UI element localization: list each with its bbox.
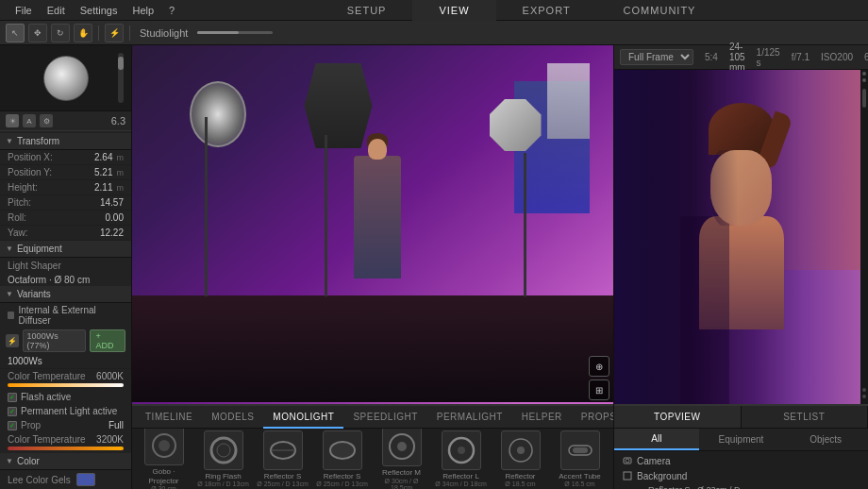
lee-label: Lee Color Gels <box>8 475 71 485</box>
ratio-info: 5:4 <box>705 52 718 62</box>
bottom-item-reflL-sub: Ø 34cm / D 18cm <box>435 481 486 487</box>
tab-setup[interactable]: SETUP <box>321 0 413 21</box>
setlist-background[interactable]: Background <box>618 468 864 483</box>
studio-label: Studiolight <box>140 27 188 39</box>
prop-height: Height: 2.11 m <box>0 180 131 195</box>
menu-question[interactable]: ? <box>161 0 182 21</box>
fit-icon[interactable]: ⊞ <box>589 379 609 400</box>
vtab-topview[interactable]: TOPVIEW <box>614 406 742 428</box>
power-icon[interactable]: ⚡ <box>6 334 19 347</box>
equipment-header[interactable]: ▼ Equipment <box>0 241 131 258</box>
vtab-setlist[interactable]: SETLIST <box>742 406 869 428</box>
center-panel: ⊕ ⊞ TIMELINE MODELS MONOLIGHT SPEEDLIGHT… <box>132 45 613 489</box>
bottom-item-reflL[interactable]: Reflector L Ø 34cm / D 18cm <box>435 430 487 488</box>
bottom-item-reflM[interactable]: Reflector M Ø 30cm / Ø 18.5cm <box>376 429 427 489</box>
equipment-label: Equipment <box>17 244 62 254</box>
color-temp2-slider-wrap[interactable] <box>0 447 131 453</box>
portrait-face <box>710 150 772 226</box>
variants-label: Variants <box>17 289 51 299</box>
color-swatch[interactable] <box>76 473 95 486</box>
bottom-item-gobo[interactable]: Gobo · Projector Ø 30 cm <box>138 429 190 489</box>
scene-floor <box>132 295 613 403</box>
pos-x-val: 2.64 <box>94 152 112 162</box>
bottom-item-refl18-label: Reflector <box>505 472 535 481</box>
checkbox-flash: ✓ Flash active <box>0 390 131 404</box>
btab-props[interactable]: PROPS <box>572 406 613 429</box>
svg-point-10 <box>458 447 465 454</box>
bottom-item-gobo-sub: Ø 30 cm <box>151 485 175 489</box>
btab-helper[interactable]: HELPER <box>512 406 572 429</box>
icon-a[interactable]: A <box>23 114 36 127</box>
view-header: Full Frame 5:4 24-105 mm 1/125 s f/7.1 I… <box>614 45 868 70</box>
variants-arrow: ▼ <box>6 290 13 298</box>
preview-slider-vert[interactable] <box>118 53 124 103</box>
color-temp1-slider[interactable] <box>8 383 124 387</box>
color-temp1-val: 6000K <box>96 371 124 381</box>
zoom-icon[interactable]: ⊕ <box>589 356 609 377</box>
setlist-reflector[interactable]: Reflector S · Ø 23cm / D 13cm - 500Ws 5.… <box>618 483 864 489</box>
cam-scroll-bottom-dots <box>862 388 866 402</box>
tool-pointer[interactable]: ↖ <box>6 24 25 42</box>
icon-gear[interactable]: ⚙ <box>40 114 53 127</box>
bottom-item-refl3b[interactable]: Reflector S Ø 25cm / D 13cm <box>316 430 368 488</box>
flash-checkbox[interactable]: ✓ <box>8 393 17 402</box>
cam-scroll-dot3 <box>862 388 866 392</box>
ftab-all[interactable]: All <box>614 429 699 450</box>
menu-help[interactable]: Help <box>125 0 161 21</box>
color-header[interactable]: ▼ Color <box>0 453 131 470</box>
ftab-objects[interactable]: Objects <box>783 429 868 450</box>
cam-scrollbar[interactable] <box>860 70 868 404</box>
tool-light[interactable]: ⚡ <box>105 24 124 42</box>
color-temp1-slider-wrap[interactable] <box>0 383 131 390</box>
bottom-item-refl18[interactable]: Reflector Ø 18.5 cm <box>494 430 546 488</box>
bottom-item-acctube-sub: Ø 16.5 cm <box>564 481 594 487</box>
icon-sun[interactable]: ☀ <box>6 114 19 127</box>
tab-community[interactable]: COMMUNITY <box>597 0 723 21</box>
menu-edit[interactable]: Edit <box>40 0 73 21</box>
roll-val: 0.00 <box>106 212 124 223</box>
tool-move[interactable]: ✥ <box>28 24 47 42</box>
add-button[interactable]: + ADD <box>90 329 125 352</box>
transform-header[interactable]: ▼ Transform <box>0 133 131 150</box>
btab-permalight[interactable]: PERMALIGHT <box>427 406 512 429</box>
bottom-item-reflM-label: Reflector M <box>382 468 421 478</box>
color-temp1-label: Color Temperature <box>8 371 86 381</box>
variants-header[interactable]: ▼ Variants <box>0 286 131 303</box>
menu-settings[interactable]: Settings <box>73 0 125 21</box>
power-val: 1000Ws <box>8 356 42 366</box>
tab-view[interactable]: VIEW <box>412 0 495 21</box>
bottom-item-refl3-img <box>263 430 303 470</box>
tool-rotate[interactable]: ↻ <box>51 24 70 42</box>
studio-slider-fill <box>197 31 239 34</box>
prop-row-inline: ✓ Prop Full <box>0 418 131 432</box>
height-label: Height: <box>8 182 92 193</box>
svg-rect-14 <box>573 447 588 453</box>
variant-item[interactable]: Internal & External Diffuser <box>0 303 131 328</box>
menu-bar: File Edit Settings Help ? SETUP VIEW EXP… <box>0 0 868 21</box>
ftab-equipment[interactable]: Equipment <box>699 429 784 450</box>
btab-monolight[interactable]: MONOLIGHT <box>263 406 343 429</box>
frame-mode-select[interactable]: Full Frame <box>620 49 693 65</box>
tab-export[interactable]: EXPORT <box>496 0 597 21</box>
tool-pan[interactable]: ✋ <box>74 24 92 42</box>
menu-file[interactable]: File <box>8 0 40 21</box>
btab-timeline[interactable]: TIMELINE <box>136 406 202 429</box>
variant-item-label: Internal & External Diffuser <box>18 305 124 326</box>
height-val: 2.11 <box>94 182 112 193</box>
setlist-camera[interactable]: Camera <box>618 453 864 468</box>
btab-models[interactable]: MODELS <box>202 406 263 429</box>
left-panel-scroll[interactable]: ▼ Transform Position X: 2.64 m Position … <box>0 131 131 489</box>
studio-slider[interactable] <box>197 31 273 34</box>
bottom-tabs: TIMELINE MODELS MONOLIGHT SPEEDLIGHT PER… <box>132 406 613 429</box>
btab-speedlight[interactable]: SPEEDLIGHT <box>343 406 426 429</box>
permanent-checkbox[interactable]: ✓ <box>8 407 17 416</box>
bottom-item-acctube[interactable]: Accent Tube Ø 16.5 cm <box>554 430 606 488</box>
bottom-item-refl3b-label: Reflector S <box>324 472 361 481</box>
bottom-item-ring[interactable]: Ring Flash Ø 18cm / D 13cm <box>197 430 249 488</box>
bottom-item-refl3[interactable]: Reflector S Ø 25cm / D 13cm <box>257 430 309 488</box>
light-softbox <box>490 99 542 151</box>
color-temp2-slider[interactable] <box>8 447 124 450</box>
iso-info: ISO200 <box>821 52 853 62</box>
prop-checkbox[interactable]: ✓ <box>8 421 17 430</box>
pos-y-unit: m <box>117 168 125 177</box>
